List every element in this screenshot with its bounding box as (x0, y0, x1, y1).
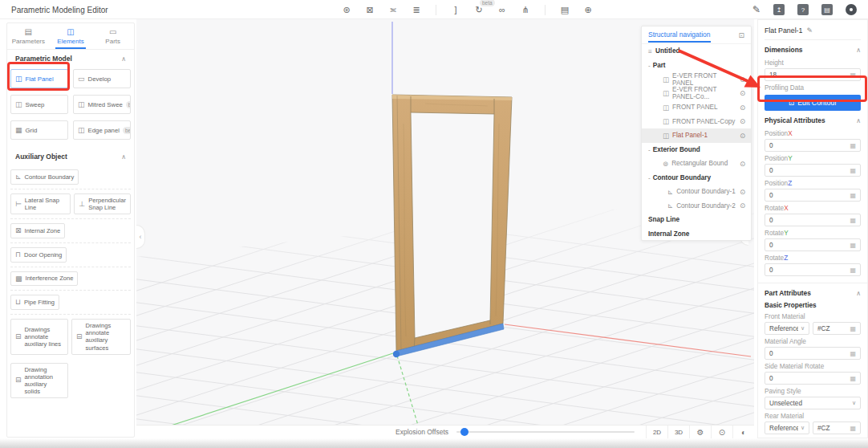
position-x-input[interactable] (769, 142, 847, 149)
rear-material-input[interactable] (817, 425, 847, 432)
drawing-annotation-solids-button[interactable]: ⊟ Drawing annotation auxiliary solids (10, 363, 68, 398)
formula-calc-icon[interactable]: ▦ (850, 425, 856, 432)
dimension-tool-icon[interactable]: ≍ (387, 5, 400, 15)
door-frame-model[interactable] (392, 95, 512, 351)
tree-label: E-VER FRONT PANEL-Co... (672, 86, 740, 100)
structural-navigation-title[interactable]: Structural navigation (648, 27, 711, 43)
flat-panel-button[interactable]: ◫ Flat Panel (10, 69, 68, 88)
help-icon[interactable]: ? (797, 4, 809, 15)
tree-group-exterior-bound[interactable]: - Exterior Bound (642, 143, 751, 157)
formula-calc-icon[interactable]: ▦ (850, 142, 856, 149)
tree-label: Snap Line (648, 216, 679, 223)
eye-icon[interactable]: ⊙ (740, 188, 745, 196)
develop-button[interactable]: ▭ Develop (73, 69, 131, 88)
formula-calc-icon[interactable]: ▦ (850, 267, 856, 274)
tab-parts[interactable]: ▭ Parts (91, 23, 134, 49)
contour-boundary-button[interactable]: ⊾ Contour Boundary (10, 169, 79, 185)
drawings-annotate-lines-button[interactable]: ⊟ Drawings annotate auxiliary lines (10, 319, 68, 354)
rear-material-select[interactable]: Reference ∨ (765, 422, 809, 434)
eye-icon[interactable]: ⊙ (740, 104, 745, 112)
section-auxiliary-object[interactable]: Auxiliary Object ∧ (7, 148, 134, 165)
position-y-input[interactable] (769, 167, 847, 174)
eye-icon[interactable]: ⊙ (740, 132, 745, 140)
formula-calc-icon[interactable]: ▦ (850, 192, 856, 199)
edge-panel-button[interactable]: ◫ Edge panel beta (73, 120, 131, 140)
tab-elements[interactable]: ◫ Elements (50, 23, 92, 49)
rotate-tool-icon[interactable]: ↻beta (473, 5, 485, 15)
lateral-snap-line-button[interactable]: ⊢ Lateral Snap Line (10, 193, 71, 214)
part-attributes-section-header[interactable]: Part Attributes ∧ (765, 283, 861, 299)
formula-calc-icon[interactable]: ▦ (850, 350, 856, 357)
paving-style-select[interactable]: Unselected ∨ (765, 397, 861, 409)
contrast-icon[interactable]: ◐ (732, 426, 754, 439)
slider-thumb[interactable] (460, 428, 468, 436)
tree-item[interactable]: ◫ E-VER FRONT PANEL-Co... ⊙ (642, 87, 751, 101)
eye-icon[interactable]: ⊙ (740, 202, 745, 210)
eye-icon[interactable]: ⊙ (740, 89, 745, 97)
drawings-annotate-surfaces-button[interactable]: ⊟ Drawings annotate auxiliary surfaces (71, 319, 131, 354)
tree-item[interactable]: ◫ E-VER FRONT PANEL ⊙ (642, 72, 751, 87)
eye-icon[interactable]: ⊙ (740, 160, 745, 168)
rotate-z-input[interactable] (769, 267, 847, 274)
sweep-button[interactable]: ◫ Sweep (10, 95, 68, 114)
section-parametric-model[interactable]: Parametric Model ∧ (7, 50, 134, 67)
section-tool-icon[interactable]: ⊠ (363, 5, 376, 15)
tree-item[interactable]: ⊾ Contour Boundary-2 ⊙ (642, 199, 751, 214)
branch-tool-icon[interactable]: ⋔ (519, 5, 532, 15)
grid-button[interactable]: ▦ Grid (10, 120, 68, 140)
rotate-x-input[interactable] (769, 217, 847, 224)
internal-zone-button[interactable]: ⊠ Internal Zone (10, 223, 65, 238)
tree-group-part[interactable]: - Part (642, 59, 751, 73)
tab-parameters[interactable]: ▤ Parameters (7, 23, 50, 49)
position-z-input[interactable] (769, 192, 847, 199)
tree-item[interactable]: ⊚ Rectangular Bound ⊙ (642, 157, 751, 171)
list-tool-icon[interactable]: ≣ (410, 5, 423, 15)
interference-zone-button[interactable]: ▩ Interference Zone (10, 271, 78, 287)
material-angle-input[interactable] (769, 350, 847, 357)
front-material-select[interactable]: Reference ∨ (765, 322, 809, 335)
view-2d-button[interactable]: 2D (646, 426, 667, 439)
formula-calc-icon[interactable]: ▦ (850, 71, 856, 79)
settings-gear-icon[interactable] (846, 4, 857, 15)
panel-pin-icon[interactable]: ⊡ (738, 31, 744, 39)
front-material-input[interactable] (817, 325, 847, 332)
bracket-tool-icon[interactable]: ] (449, 5, 462, 14)
document-icon[interactable]: ▤ (821, 4, 833, 15)
tree-item[interactable]: ◫ FRONT PANEL ⊙ (642, 100, 751, 115)
perpendicular-snap-line-button[interactable]: ⊥ Perpendicular Snap Line (74, 193, 131, 214)
link-tool-icon[interactable]: ∞ (496, 5, 509, 14)
pipe-fitting-button[interactable]: ⊔ Pipe Fitting (10, 295, 59, 310)
eye-icon[interactable]: ⊙ (740, 75, 745, 83)
explosion-offsets-slider[interactable] (456, 431, 635, 433)
tree-item-selected[interactable]: ◫ Flat Panel-1 ⊙ (642, 128, 751, 143)
eye-icon[interactable]: ⊙ (740, 117, 745, 125)
tree-group-snap-line[interactable]: Snap Line (642, 213, 751, 227)
physical-attributes-section-header[interactable]: Physical Attributes ∧ (765, 111, 861, 127)
publish-icon[interactable]: ↥ (773, 4, 785, 15)
dimensions-section-header[interactable]: Dimensions ∧ (765, 40, 861, 56)
door-opening-button[interactable]: ⊓ Door Opening (10, 247, 67, 263)
tree-root-untitled[interactable]: ≡ Untitled (642, 44, 751, 59)
formula-calc-icon[interactable]: ▦ (850, 242, 856, 249)
tree-item[interactable]: ◫ FRONT PANEL-Copy ⊙ (642, 115, 751, 129)
visibility-eye-icon[interactable]: ⊙ (711, 426, 732, 439)
stamp-tool-icon[interactable]: ⊛ (340, 5, 353, 15)
formula-calc-icon[interactable]: ▦ (850, 217, 856, 224)
rename-pencil-icon[interactable]: ✎ (806, 26, 813, 35)
height-input[interactable] (769, 71, 847, 79)
tree-group-contour-boundary[interactable]: - Contour Boundary (642, 171, 751, 185)
tree-group-internal-zone[interactable]: Internal Zone (642, 227, 751, 242)
formula-calc-icon[interactable]: ▦ (850, 167, 856, 174)
rotate-y-input[interactable] (769, 242, 847, 249)
view-3d-button[interactable]: 3D (667, 426, 689, 439)
globe-tool-icon[interactable]: ⊕ (582, 5, 594, 15)
edit-contour-button[interactable]: ⊡ Edit Contour (765, 95, 861, 111)
mitred-sweep-button[interactable]: ◫ Mitred Swee beta (73, 95, 131, 114)
formula-calc-icon[interactable]: ▦ (850, 325, 856, 332)
render-settings-gear-icon[interactable]: ⚙ (689, 426, 711, 439)
side-material-rotate-input[interactable] (769, 375, 847, 382)
export-tool-icon[interactable]: ▤ (558, 5, 571, 15)
edit-pencil-icon[interactable]: ✎ (752, 4, 761, 15)
formula-calc-icon[interactable]: ▦ (850, 375, 856, 382)
tree-item[interactable]: ⊾ Contour Boundary-1 ⊙ (642, 185, 751, 199)
